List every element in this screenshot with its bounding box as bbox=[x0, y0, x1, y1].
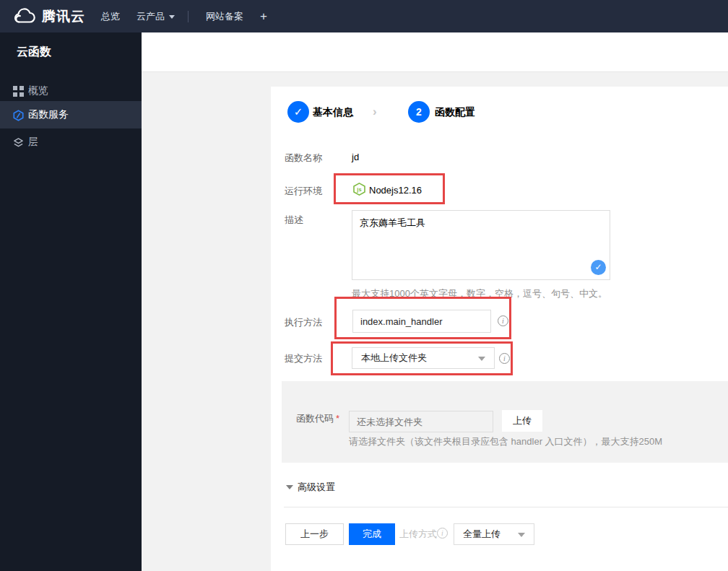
upload-mode-select[interactable]: 全量上传 bbox=[454, 523, 534, 545]
previous-step-button[interactable]: 上一步 bbox=[285, 523, 344, 545]
function-name-label: 函数名称 bbox=[285, 152, 322, 165]
brand[interactable]: 腾讯云 bbox=[10, 0, 85, 32]
upload-mode-label: 上传方式 bbox=[399, 528, 437, 541]
nav-cloud-products[interactable]: 云产品 bbox=[136, 0, 175, 32]
step2-label: 函数配置 bbox=[435, 106, 475, 119]
upload-mode-info-icon[interactable] bbox=[437, 528, 448, 539]
triangle-down-icon bbox=[286, 485, 293, 489]
svg-text:js: js bbox=[356, 186, 361, 193]
nav-divider bbox=[188, 11, 188, 22]
dropdown-arrow-icon bbox=[478, 357, 485, 361]
finish-button[interactable]: 完成 bbox=[349, 523, 395, 545]
sidebar-title: 云函数 bbox=[17, 45, 51, 60]
form-card bbox=[271, 87, 728, 571]
nodejs-icon: js bbox=[353, 183, 365, 196]
handler-info-icon[interactable] bbox=[498, 315, 508, 326]
page-header bbox=[142, 32, 728, 72]
submit-method-value: 本地上传文件夹 bbox=[361, 352, 427, 365]
step1-label: 基本信息 bbox=[313, 106, 353, 119]
step1-done-check-icon bbox=[287, 101, 309, 123]
dropdown-arrow-icon bbox=[518, 533, 525, 537]
description-label: 描述 bbox=[285, 214, 303, 227]
handler-input[interactable] bbox=[352, 310, 491, 333]
nav-add-button[interactable]: + bbox=[260, 0, 267, 32]
valid-check-icon bbox=[591, 260, 606, 275]
description-hint: 最大支持1000个英文字母，数字，空格，逗号、句号、中文。 bbox=[352, 287, 607, 300]
top-navbar: 腾讯云 总览 云产品 网站备案 + bbox=[0, 0, 728, 32]
description-value: 京东薅羊毛工具 bbox=[360, 217, 425, 228]
sidebar-item-layers[interactable]: 层 bbox=[0, 128, 142, 156]
advanced-settings-toggle[interactable]: 高级设置 bbox=[286, 481, 335, 494]
upload-button[interactable]: 上传 bbox=[502, 410, 542, 432]
scf-hexagon-icon bbox=[13, 110, 24, 121]
description-textarea[interactable]: 京东薅羊毛工具 bbox=[352, 210, 610, 280]
grid-icon bbox=[13, 86, 24, 97]
runtime-label: 运行环境 bbox=[285, 185, 322, 198]
step-separator-chevron-icon bbox=[373, 105, 377, 119]
sidebar-item-label: 层 bbox=[28, 136, 38, 149]
nav-overview[interactable]: 总览 bbox=[101, 0, 120, 32]
handler-label: 执行方法 bbox=[285, 316, 322, 329]
step2-number-badge: 2 bbox=[408, 101, 430, 123]
tencent-cloud-logo-icon bbox=[10, 7, 36, 26]
chevron-down-icon bbox=[169, 15, 175, 19]
function-code-hint: 请选择文件夹（该文件夹根目录应包含 handler 入口文件），最大支持250M bbox=[349, 435, 662, 448]
submit-method-label: 提交方法 bbox=[285, 352, 322, 365]
layers-icon bbox=[13, 137, 24, 148]
runtime-value: Nodejs12.16 bbox=[369, 185, 422, 196]
footer-divider bbox=[284, 507, 728, 507]
sidebar-item-function-service[interactable]: 函数服务 bbox=[0, 101, 142, 128]
upload-mode-value: 全量上传 bbox=[463, 528, 500, 541]
folder-path-input[interactable] bbox=[349, 411, 493, 432]
advanced-settings-label: 高级设置 bbox=[298, 481, 335, 494]
submit-method-info-icon[interactable] bbox=[499, 353, 510, 364]
function-code-label: 函数代码* bbox=[296, 412, 339, 425]
submit-method-select[interactable]: 本地上传文件夹 bbox=[352, 347, 495, 369]
sidebar: 云函数 概览 函数服务 层 bbox=[0, 32, 142, 571]
sidebar-item-label: 概览 bbox=[28, 84, 48, 97]
brand-name: 腾讯云 bbox=[42, 7, 85, 26]
sidebar-item-label: 函数服务 bbox=[28, 108, 69, 121]
function-name-value: jd bbox=[352, 152, 359, 162]
required-asterisk: * bbox=[336, 413, 339, 424]
nav-icp-record[interactable]: 网站备案 bbox=[206, 0, 243, 32]
